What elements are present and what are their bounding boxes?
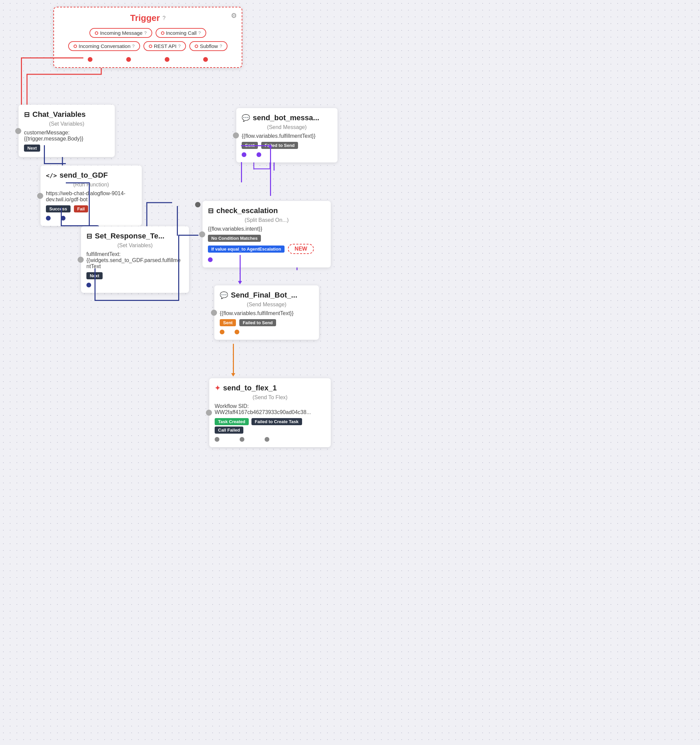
chat-variables-next-badge[interactable]: Next (24, 145, 40, 152)
send-to-gdf-icon: </> (46, 172, 57, 179)
send-final-bot-failed-badge[interactable]: Failed to Send (239, 319, 276, 326)
line-loop-h1 (66, 183, 90, 183)
send-bot-title[interactable]: 💬 send_bot_messa... (242, 114, 332, 122)
arrow-down-orange (231, 373, 235, 377)
send-to-flex-subtitle: (Send To Flex) (215, 395, 325, 401)
send-final-bot-subtitle: (Send Message) (220, 302, 313, 308)
line-ce-to-sfb (240, 255, 241, 282)
check-esc-title[interactable]: ⊟ check_escalation (208, 206, 325, 215)
sr-bottom-dot (87, 283, 91, 287)
trigger-node: ⚙ Trigger ? Incoming Message ? Incoming … (53, 7, 242, 68)
send-final-bottom-dot-1 (220, 330, 224, 334)
send-to-gdf-success-badge[interactable]: Success (46, 205, 70, 212)
send-final-bot-left-dot (211, 310, 217, 316)
check-esc-subtitle: (Split Based On...) (208, 217, 325, 223)
pill-rest-api[interactable]: REST API ? (143, 41, 186, 51)
stf-bottom-dot-1 (215, 437, 219, 442)
trigger-help-icon[interactable]: ? (163, 15, 166, 21)
send-final-bot-node: 💬 Send_Final_Bot_... (Send Message) {{fl… (214, 285, 319, 340)
chat-variables-content: customerMessage: {{trigger.message.Body}… (24, 130, 109, 142)
stf-bottom-dot-3 (265, 437, 269, 442)
send-to-gdf-title[interactable]: </> send_to_GDF (46, 171, 136, 180)
send-to-flex-failed-task-badge[interactable]: Failed to Create Task (251, 418, 302, 425)
set-response-title[interactable]: ⊟ Set_Response_Te... (87, 232, 184, 241)
send-final-bottom-dot-2 (234, 330, 239, 334)
send-final-bot-icon: 💬 (220, 291, 228, 299)
send-to-flex-node: ✦ send_to_flex_1 (Send To Flex) Workflow… (209, 378, 331, 447)
set-response-node: ⊟ Set_Response_Te... (Set Variables) ful… (81, 226, 189, 293)
mid-connector-dot (195, 202, 200, 207)
trigger-connector-4 (203, 57, 208, 62)
chat-variables-title[interactable]: ⊟ Chat_Variables (24, 110, 109, 119)
send-bot-subtitle: (Send Message) (242, 124, 332, 130)
chat-variables-icon: ⊟ (24, 111, 30, 118)
check-esc-icon: ⊟ (208, 207, 213, 215)
line-loop-v (89, 183, 90, 226)
line-arrow-up (177, 206, 178, 236)
send-bot-icon: 💬 (242, 114, 250, 122)
send-bot-bottom-dot-2 (257, 152, 261, 157)
line-sbm-up2 (241, 145, 272, 146)
send-bot-content: {{flow.variables.fulfillmentText}} (242, 133, 332, 139)
send-final-bot-title[interactable]: 💬 Send_Final_Bot_... (220, 291, 313, 299)
pill-help-3[interactable]: ? (178, 43, 181, 49)
pill-help-1[interactable]: ? (198, 30, 200, 36)
send-to-gdf-content: https://web-chat-dialogflow-9014-dev.twi… (46, 190, 136, 203)
chat-variables-left-dot (15, 128, 21, 134)
line-cv-to-gdf-h (44, 163, 66, 164)
send-to-flex-task-created-badge[interactable]: Task Created (215, 418, 249, 425)
trigger-connector-2 (126, 57, 131, 62)
chat-variables-subtitle: (Set Variables) (24, 121, 109, 127)
send-bot-message-node: 💬 send_bot_messa... (Send Message) {{flo… (236, 108, 337, 162)
arrow-down-purple (238, 281, 242, 284)
send-bot-bottom-dot-1 (242, 152, 246, 157)
line-sbm-up3 (270, 145, 271, 196)
send-to-gdf-fail-badge[interactable]: Fail (74, 205, 88, 212)
send-final-bot-content: {{flow.variables.fulfillmentText}} (220, 310, 313, 316)
set-response-left-dot (78, 257, 84, 263)
send-to-flex-left-dot (206, 410, 212, 416)
line-sr-out-h2 (178, 235, 199, 236)
stf-bottom-dot-2 (240, 437, 244, 442)
pill-help-4[interactable]: ? (220, 43, 222, 49)
pill-help-0[interactable]: ? (144, 30, 146, 36)
send-to-flex-icon: ✦ (215, 384, 220, 392)
set-response-icon: ⊟ (87, 232, 92, 240)
settings-icon[interactable]: ⚙ (231, 12, 237, 19)
pill-help-2[interactable]: ? (132, 43, 135, 49)
pill-incoming-conversation[interactable]: Incoming Conversation ? (68, 41, 140, 51)
chat-variables-node: ⊟ Chat_Variables (Set Variables) custome… (19, 105, 115, 157)
line-sr-out-v2 (178, 235, 179, 301)
check-escalation-node: ⊟ check_escalation (Split Based On...) {… (203, 201, 331, 268)
send-to-gdf-subtitle: (Run Function) (46, 182, 136, 188)
check-esc-no-condition-badge[interactable]: No Condition Matches (208, 235, 261, 242)
trigger-connector-3 (165, 57, 169, 62)
pill-incoming-call[interactable]: Incoming Call ? (155, 28, 206, 38)
set-response-subtitle: (Set Variables) (87, 242, 184, 248)
check-esc-bottom-dot-1 (208, 257, 213, 262)
set-response-content: fulfillmentText: {{widgets.send_to_GDF.p… (87, 251, 184, 269)
line-sfb-to-stf-v (233, 344, 234, 374)
line-cv-to-gdf-v (44, 145, 45, 164)
check-esc-if-value-badge[interactable]: If value equal_to AgentEscalation (208, 245, 285, 253)
trigger-pills: Incoming Message ? Incoming Call ? Incom… (61, 28, 235, 51)
check-esc-left-dot (199, 231, 205, 238)
send-to-flex-call-failed-badge[interactable]: Call Failed (215, 426, 243, 434)
gdf-bottom-dot-1 (46, 216, 51, 220)
line-sbm-up1 (241, 162, 242, 183)
trigger-title: Trigger ? (61, 13, 235, 23)
line-gdf-to-sr-v (61, 207, 62, 226)
send-bot-left-dot (233, 132, 239, 138)
pill-incoming-message[interactable]: Incoming Message ? (90, 28, 152, 38)
send-to-gdf-left-dot (37, 193, 43, 199)
arrow-up-purple (268, 144, 272, 148)
line-sr-out-v (94, 268, 96, 301)
check-esc-new-badge[interactable]: NEW (288, 244, 314, 254)
send-to-flex-content: Workflow SID: WW2faff4167cb46273933c90ad… (215, 403, 325, 415)
send-to-flex-title[interactable]: ✦ send_to_flex_1 (215, 384, 325, 392)
pill-subflow[interactable]: Subflow ? (190, 41, 227, 51)
send-to-gdf-node: </> send_to_GDF (Run Function) https://w… (40, 166, 142, 226)
send-final-bot-sent-badge[interactable]: Sent (220, 319, 236, 326)
check-esc-content: {{flow.variables.intent}} (208, 226, 325, 232)
line-trigger-h (21, 57, 84, 58)
